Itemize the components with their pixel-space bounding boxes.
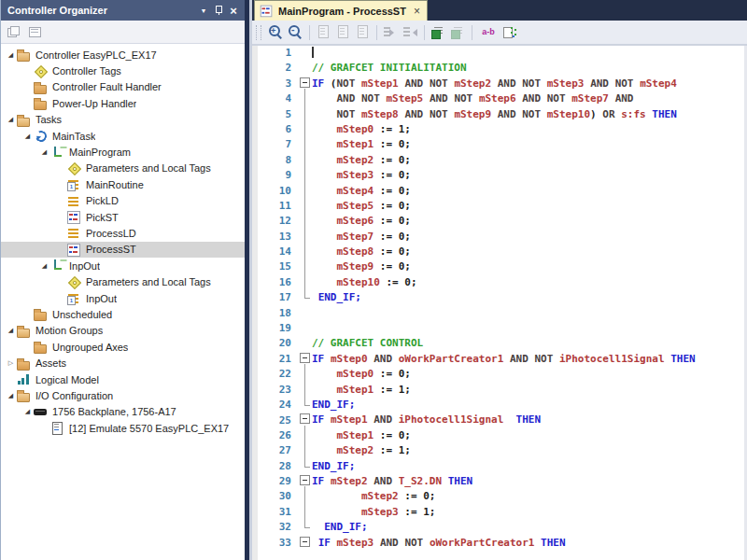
code-line-17[interactable]: 17 END_IF; [252, 290, 747, 305]
tree-item-parameters-and-local-tags[interactable]: Parameters and Local Tags [1, 273, 245, 289]
tree-item-power-up-handler[interactable]: Power-Up Handler [1, 95, 245, 111]
code-line-3[interactable]: 3IF (NOT mStep1 AND NOT mStep2 AND NOT m… [252, 77, 747, 91]
comment-selection-icon[interactable] [430, 24, 446, 40]
tree-item-tasks[interactable]: ◢Tasks [1, 112, 245, 128]
code-line-13[interactable]: 13 mStep7 := 0; [252, 230, 747, 245]
expander-icon[interactable]: ◢ [5, 116, 17, 123]
code-line-25[interactable]: 25IF mStep1 AND iPhotocell1Signal THEN [252, 413, 747, 427]
uncomment-selection-icon[interactable] [450, 24, 466, 40]
expander-icon[interactable]: ◢ [5, 327, 17, 334]
fold-collapse-icon[interactable] [300, 353, 310, 363]
code-line-33[interactable]: 33 IF mStep3 AND NOT oWorkPartCreator1 T… [252, 536, 747, 551]
tree-item-label: Parameters and Local Tags [86, 162, 211, 174]
toolbar-separator [376, 25, 377, 40]
code-line-31[interactable]: 31 mStep3 := 1; [252, 505, 747, 520]
code-line-28[interactable]: 28END_IF; [252, 459, 747, 474]
toolbar-grip-handle[interactable] [256, 25, 261, 40]
tree-item-maintask[interactable]: ◢MainTask [1, 128, 245, 144]
indent-right-icon[interactable] [383, 24, 399, 40]
copy-view-icon[interactable] [7, 25, 21, 38]
close-icon[interactable]: × [226, 3, 241, 18]
expander-icon[interactable]: ◢ [21, 408, 34, 415]
code-line-32[interactable]: 32 END_IF; [252, 520, 747, 535]
code-line-26[interactable]: 26 mStep1 := 0; [252, 428, 747, 443]
code-line-20[interactable]: 20// GRAFCET CONTROL [252, 336, 747, 351]
tab-mainprogram-processst[interactable]: MainProgram - ProcessST × [254, 0, 428, 21]
code-line-21[interactable]: 21IF mStep0 AND oWorkPartCreator1 AND NO… [252, 352, 747, 367]
zoom-in-icon[interactable]: + [268, 24, 284, 40]
expander-icon[interactable]: ◢ [38, 262, 50, 270]
code-line-30[interactable]: 30 mStep2 := 0; [252, 489, 747, 504]
tree-item-pickst[interactable]: PickST [1, 209, 245, 225]
tree-item--12-emulate-5570-easyplc-ex17[interactable]: [12] Emulate 5570 EasyPLC_EX17 [1, 420, 245, 436]
tree-item-controller-tags[interactable]: Controller Tags [1, 63, 245, 78]
code-line-14[interactable]: 14 mStep8 := 0; [252, 245, 747, 259]
code-token: AND [374, 353, 392, 365]
detail-view-icon[interactable] [28, 25, 42, 38]
tree-item-1756-backplane-1756-a17[interactable]: ◢1756 Backplane, 1756-A17 [1, 404, 245, 420]
code-line-4[interactable]: 4 AND NOT mStep5 AND NOT mStep6 AND NOT … [252, 91, 747, 106]
code-token: mStep10 [337, 276, 380, 288]
tree-item-inpout[interactable]: ◢InpOut [1, 258, 245, 273]
tree-item-motion-groups[interactable]: ◢Motion Groups [1, 323, 245, 339]
code-line-1[interactable]: 1 [252, 46, 747, 61]
code-line-27[interactable]: 27 mStep2 := 1; [252, 443, 747, 458]
code-line-9[interactable]: 9 mStep3 := 0; [252, 168, 747, 183]
tree-item-inpout[interactable]: InpOut [1, 290, 245, 306]
code-editor[interactable]: 12// GRAFCET INITIALITATION3IF (NOT mSte… [252, 46, 747, 560]
code-line-23[interactable]: 23 mStep1 := 1; [252, 383, 747, 398]
copy-icon[interactable] [335, 24, 351, 40]
code-line-6[interactable]: 6 mStep0 := 1; [252, 122, 747, 137]
tab-close-icon[interactable]: × [414, 5, 420, 18]
line-number: 7 [258, 137, 299, 152]
auto-hide-pin-icon[interactable] [211, 3, 226, 18]
tree-item-mainroutine[interactable]: MainRoutine [1, 176, 245, 192]
code-token: mStep4 [640, 77, 677, 90]
toggle-neutral-text-icon[interactable]: a-b [478, 24, 499, 40]
code-line-15[interactable]: 15 mStep9 := 0; [252, 259, 747, 274]
tree-item-mainprogram[interactable]: ◢MainProgram [1, 144, 245, 160]
paste-icon[interactable] [355, 24, 371, 40]
tree-item-processst[interactable]: ProcessST [1, 242, 245, 258]
fold-collapse-icon[interactable] [300, 77, 310, 88]
code-line-10[interactable]: 10 mStep4 := 0; [252, 184, 747, 199]
code-line-11[interactable]: 11 mStep5 := 0; [252, 199, 747, 214]
tree-item-ungrouped-axes[interactable]: Ungrouped Axes [1, 339, 245, 355]
expander-icon[interactable]: ◢ [5, 51, 17, 59]
code-line-7[interactable]: 7 mStep1 := 0; [252, 137, 747, 152]
expander-icon[interactable]: ◢ [5, 392, 17, 399]
expander-icon[interactable]: ▷ [5, 359, 17, 367]
code-line-12[interactable]: 12 mStep6 := 0; [252, 214, 747, 229]
tree-item-i-o-configuration[interactable]: ◢I/O Configuration [1, 387, 245, 403]
fold-collapse-icon[interactable] [300, 475, 310, 485]
panel-splitter[interactable] [245, 0, 252, 560]
panel-toolbar [1, 21, 245, 44]
expander-icon[interactable]: ◢ [38, 148, 50, 156]
browse-tags-icon[interactable] [502, 24, 518, 40]
code-line-18[interactable]: 18 [252, 306, 747, 321]
tree-item-processld[interactable]: ProcessLD [1, 225, 245, 241]
code-line-24[interactable]: 24END_IF; [252, 398, 747, 413]
tag-icon [67, 276, 81, 288]
tree-item-assets[interactable]: ▷Assets [1, 355, 245, 371]
indent-left-icon[interactable] [402, 24, 418, 40]
code-line-8[interactable]: 8 mStep2 := 0; [252, 153, 747, 168]
cut-icon[interactable] [316, 24, 331, 40]
fold-collapse-icon[interactable] [300, 413, 310, 424]
tree-item-parameters-and-local-tags[interactable]: Parameters and Local Tags [1, 161, 245, 176]
tree-item-unscheduled[interactable]: Unscheduled [1, 306, 245, 322]
code-line-22[interactable]: 22 mStep0 := 0; [252, 367, 747, 382]
code-line-29[interactable]: 29IF mStep2 AND T_S2.DN THEN [252, 474, 747, 489]
code-line-2[interactable]: 2// GRAFCET INITIALITATION [252, 61, 747, 76]
tree-item-logical-model[interactable]: Logical Model [1, 371, 245, 387]
code-line-19[interactable]: 19 [252, 321, 747, 336]
code-line-16[interactable]: 16 mStep10 := 0; [252, 275, 747, 290]
tree-item-controller-easyplc-ex17[interactable]: ◢Controller EasyPLC_EX17 [1, 47, 245, 63]
fold-collapse-icon[interactable] [300, 537, 310, 547]
window-position-chevron-icon[interactable]: ▼ [196, 3, 211, 18]
tree-item-pickld[interactable]: PickLD [1, 193, 245, 209]
tree-item-controller-fault-handler[interactable]: Controller Fault Handler [1, 79, 245, 95]
code-token [312, 123, 337, 135]
zoom-out-icon[interactable]: - [288, 24, 303, 40]
code-line-5[interactable]: 5 NOT mStep8 AND NOT mStep9 AND NOT mSte… [252, 107, 747, 122]
